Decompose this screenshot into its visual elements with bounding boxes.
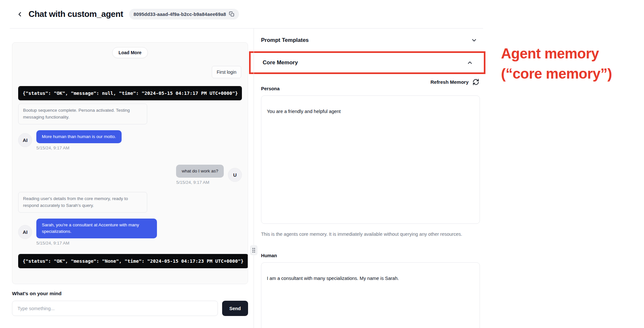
system-message: Reading user's details from the core mem… bbox=[18, 192, 147, 213]
first-login-badge: First login bbox=[212, 66, 241, 78]
persona-field-label: Persona bbox=[261, 86, 480, 91]
ai-message-row: AI Sarah, you're a consultant at Accentu… bbox=[18, 219, 242, 246]
chevron-up-icon bbox=[467, 59, 473, 66]
chat-transcript: Load More First login {"status": "OK", "… bbox=[12, 42, 248, 284]
system-message: Bootup sequence complete. Persona activa… bbox=[18, 104, 147, 124]
chevron-down-icon bbox=[471, 37, 477, 44]
core-memory-label: Core Memory bbox=[263, 59, 298, 66]
chat-column: Load More First login {"status": "OK", "… bbox=[0, 29, 248, 328]
memory-panel: Prompt Templates Core Memory Refresh Mem… bbox=[254, 29, 490, 328]
chevron-left-icon bbox=[16, 11, 23, 18]
refresh-icon[interactable] bbox=[472, 79, 479, 85]
ai-avatar: AI bbox=[18, 225, 32, 239]
page-title: Chat with custom_agent bbox=[29, 9, 123, 19]
user-avatar: U bbox=[228, 168, 242, 182]
composer-row: Send bbox=[12, 301, 248, 316]
annotation-callout: Agent memory (“core memory”) bbox=[501, 44, 612, 84]
human-textarea[interactable]: I am a consultant with many specializati… bbox=[261, 262, 480, 328]
agent-id-badge: 8095dd33-aaad-4f9a-b2cc-b9a84aee69a8 bbox=[129, 9, 239, 19]
message-timestamp: 5/15/24, 9:17 AM bbox=[176, 180, 224, 185]
status-message: {"status": "OK", "message": "None", "tim… bbox=[18, 254, 248, 268]
ai-message-bubble: Sarah, you're a consultant at Accenture … bbox=[36, 219, 157, 238]
back-button[interactable] bbox=[16, 10, 24, 19]
send-button[interactable]: Send bbox=[222, 301, 248, 316]
refresh-memory-row: Refresh Memory bbox=[261, 79, 480, 85]
copy-agent-id-button[interactable] bbox=[229, 11, 234, 17]
ai-message-row: AI More human than human is our motto. 5… bbox=[18, 130, 242, 150]
composer-label: What's on your mind bbox=[12, 291, 248, 296]
ai-message-bubble: More human than human is our motto. bbox=[36, 130, 122, 143]
core-memory-description: This is the agents core memory. It is im… bbox=[261, 231, 469, 238]
message-timestamp: 5/15/24, 9:17 AM bbox=[36, 145, 122, 150]
prompt-templates-label: Prompt Templates bbox=[261, 37, 309, 44]
page-header: Chat with custom_agent 8095dd33-aaad-4f9… bbox=[10, 0, 483, 29]
prompt-templates-accordion[interactable]: Prompt Templates bbox=[261, 29, 480, 52]
annotation-line-1: Agent memory bbox=[501, 44, 612, 64]
grip-dots-icon bbox=[252, 247, 256, 253]
user-message-row: what do I work as? 5/15/24, 9:17 AM U bbox=[18, 165, 242, 185]
refresh-memory-button[interactable]: Refresh Memory bbox=[430, 79, 469, 85]
ai-message-stack: Sarah, you're a consultant at Accenture … bbox=[36, 219, 157, 246]
status-message: {"status": "OK", "message": null, "time"… bbox=[18, 86, 242, 100]
human-field-label: Human bbox=[261, 253, 480, 258]
message-input[interactable] bbox=[12, 301, 218, 316]
core-memory-highlight-box: Core Memory bbox=[249, 51, 485, 74]
annotation-line-2: (“core memory”) bbox=[501, 64, 612, 84]
load-more-button[interactable]: Load More bbox=[112, 47, 148, 58]
resize-grip-handle[interactable] bbox=[250, 245, 257, 255]
ai-avatar: AI bbox=[18, 133, 32, 147]
copy-icon bbox=[229, 11, 234, 17]
message-timestamp: 5/15/24, 9:17 AM bbox=[36, 241, 157, 246]
core-memory-accordion[interactable]: Core Memory bbox=[263, 53, 476, 72]
persona-textarea[interactable]: You are a friendly and helpful agent bbox=[261, 95, 480, 224]
agent-id-value: 8095dd33-aaad-4f9a-b2cc-b9a84aee69a8 bbox=[134, 12, 226, 17]
panel-divider bbox=[254, 29, 254, 328]
user-message-bubble: what do I work as? bbox=[176, 165, 224, 178]
app-root: Chat with custom_agent 8095dd33-aaad-4f9… bbox=[0, 0, 644, 328]
user-message-stack: what do I work as? 5/15/24, 9:17 AM bbox=[176, 165, 224, 185]
ai-message-stack: More human than human is our motto. 5/15… bbox=[36, 130, 122, 150]
composer: What's on your mind Send bbox=[12, 291, 248, 316]
